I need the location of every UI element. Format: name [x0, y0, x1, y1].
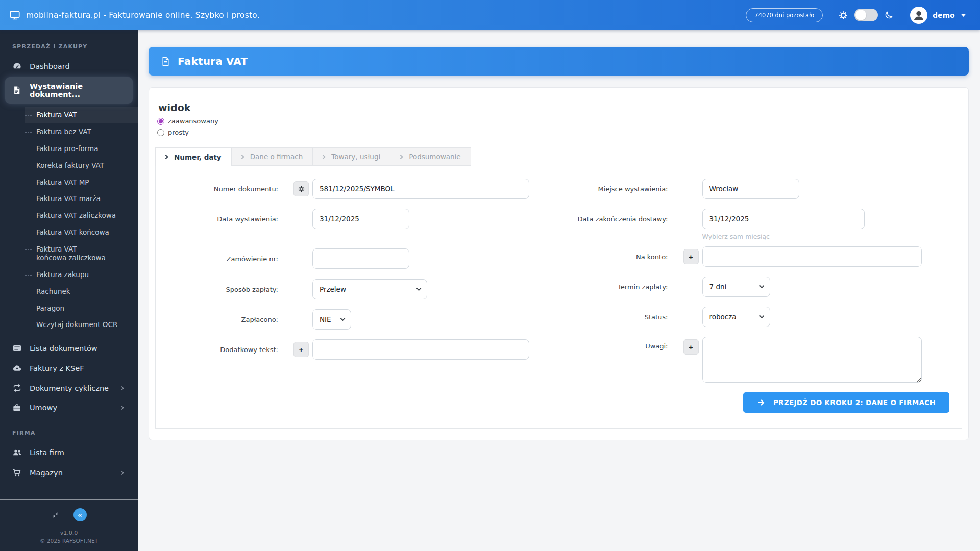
plus-icon: + [299, 345, 304, 354]
repeat-icon [12, 383, 22, 393]
zaplacono-select[interactable]: NIE [312, 309, 351, 330]
list-icon [12, 343, 22, 353]
sidebar-item-lista-dokumentow[interactable]: Lista dokumentów [0, 338, 138, 358]
days-remaining-badge[interactable]: 74070 dni pozostało [746, 8, 823, 22]
sidebar-subitem-faktura-vat[interactable]: Faktura VAT [25, 107, 138, 123]
arrow-right-icon [757, 398, 765, 407]
sidebar-subitem-faktura-bez-vat[interactable]: Faktura bez VAT [25, 123, 138, 140]
collapse-sidebar-button[interactable]: « [74, 508, 87, 521]
data-wystawienia-input[interactable] [312, 209, 409, 229]
app-brand: mobilna-faktura.pl - Fakturowanie online… [9, 10, 260, 21]
field-label: Dodatkowy tekst: [156, 346, 278, 354]
field-miejsce-wystawienia: Miejsce wystawienia: [553, 179, 951, 199]
radio-simple-label: prosty [168, 129, 189, 136]
document-type-list: Faktura VAT Faktura bez VAT Faktura pro-… [24, 107, 138, 333]
termin-zaplaty-select[interactable]: 7 dni [702, 277, 770, 297]
file-icon [12, 86, 22, 95]
sidebar-item-label: Dashboard [30, 62, 70, 70]
plus-icon: + [689, 343, 693, 352]
form-card: widok zaawansowany prosty Numer, daty Da… [149, 87, 969, 440]
na-konto-input[interactable] [702, 246, 922, 267]
user-name: demo [933, 11, 955, 19]
uwagi-textarea[interactable] [702, 337, 922, 383]
miejsce-wystawienia-input[interactable] [702, 179, 799, 199]
sidebar-subitem-faktura-vat-zaliczkowa[interactable]: Faktura VAT zaliczkowa [25, 207, 138, 224]
tab-podsumowanie[interactable]: Podsumowanie [390, 147, 471, 166]
add-text-button[interactable]: + [293, 342, 309, 357]
tab-panel-numer-daty: Numer dokumentu: Data wystawienia: [155, 166, 962, 429]
data-zakonczenia-input[interactable] [702, 209, 865, 229]
dodatkowy-tekst-input[interactable] [312, 339, 529, 360]
field-uwagi: Uwagi: + [553, 337, 951, 383]
sidebar-item-dashboard[interactable]: Dashboard [0, 56, 138, 76]
gauge-icon [12, 61, 22, 71]
user-menu[interactable]: demo [910, 7, 967, 24]
sidebar-section-firm: FIRMA [0, 417, 138, 442]
form-left-column: Numer dokumentu: Data wystawienia: [156, 179, 553, 413]
field-numer-dokumentu: Numer dokumentu: [156, 179, 553, 199]
field-data-wystawienia: Data wystawienia: [156, 209, 553, 229]
tab-numer-daty[interactable]: Numer, daty [155, 147, 231, 166]
chevron-right-icon [164, 154, 169, 160]
field-label: Zamówienie nr: [156, 255, 278, 263]
sidebar-subitem-faktura-vat-marza[interactable]: Faktura VAT marża [25, 190, 138, 207]
briefcase-icon [12, 403, 22, 412]
radio-advanced[interactable] [157, 118, 164, 125]
users-icon [12, 447, 22, 458]
numer-dokumentu-input[interactable] [312, 179, 529, 199]
field-status: Status: robocza [553, 307, 951, 327]
sidebar-item-lista-firm[interactable]: Lista firm [0, 442, 138, 463]
add-note-button[interactable]: + [683, 339, 699, 355]
field-na-konto: Na konto: + [553, 246, 951, 267]
compress-icon[interactable] [52, 511, 59, 519]
sidebar-subitem-rachunek[interactable]: Rachunek [25, 283, 138, 300]
topbar: mobilna-faktura.pl - Fakturowanie online… [0, 0, 980, 30]
tab-label: Numer, daty [174, 153, 222, 161]
tab-towary-uslugi[interactable]: Towary, usługi [312, 147, 390, 166]
main-content: Faktura VAT widok zaawansowany prosty Nu… [138, 30, 980, 551]
view-option-advanced[interactable]: zaawansowany [157, 117, 962, 125]
sposob-zaplaty-select[interactable]: Przelew [312, 279, 427, 299]
field-dodatkowy-tekst: Dodatkowy tekst: + [156, 339, 553, 360]
field-label: Sposób zapłaty: [156, 286, 278, 293]
sidebar: SPRZEDAŻ I ZAKUPY Dashboard Wystawianie … [0, 30, 138, 551]
sidebar-item-magazyn[interactable]: Magazyn [0, 463, 138, 483]
tab-dane-o-firmach[interactable]: Dane o firmach [231, 147, 313, 166]
radio-simple[interactable] [157, 129, 164, 136]
sidebar-subitem-faktura-zakupu[interactable]: Faktura zakupu [25, 266, 138, 283]
sidebar-item-umowy[interactable]: Umowy [0, 398, 138, 417]
sidebar-item-faktury-z-ksef[interactable]: Faktury z KSeF [0, 358, 138, 378]
form-right-column: Miejsce wystawienia: Data zakończenia do… [553, 179, 951, 413]
field-label: Numer dokumentu: [156, 185, 278, 193]
add-account-button[interactable]: + [683, 249, 699, 264]
theme-toggle-knob[interactable] [855, 10, 866, 20]
sidebar-subitem-faktura-pro-forma[interactable]: Faktura pro-forma [25, 140, 138, 157]
sidebar-item-wystawianie-dokumentow[interactable]: Wystawianie dokument... [5, 77, 133, 104]
app-version: v1.0.0 [0, 530, 138, 536]
number-settings-button[interactable] [293, 181, 309, 196]
gear-icon[interactable] [838, 10, 848, 20]
sidebar-subitem-paragon[interactable]: Paragon [25, 300, 138, 317]
field-label: Zapłacono: [156, 316, 278, 323]
status-select[interactable]: robocza [702, 307, 770, 327]
moon-icon[interactable] [884, 10, 894, 20]
caret-down-icon [960, 13, 967, 18]
sidebar-subitem-korekta-faktury-vat[interactable]: Korekta faktury VAT [25, 157, 138, 174]
cogs-icon [298, 185, 305, 193]
sidebar-subitem-faktura-vat-koncowa[interactable]: Faktura VAT końcowa [25, 224, 138, 241]
view-heading: widok [158, 102, 962, 113]
zamowienie-nr-input[interactable] [312, 248, 409, 269]
tab-label: Podsumowanie [409, 153, 460, 161]
view-option-simple[interactable]: prosty [157, 129, 962, 136]
field-label: Miejsce wystawienia: [553, 185, 668, 193]
cloud-download-icon [12, 363, 22, 373]
sidebar-item-dokumenty-cykliczne[interactable]: Dokumenty cykliczne [0, 378, 138, 398]
next-step-button[interactable]: PRZEJDŹ DO KROKU 2: DANE O FIRMACH [743, 392, 949, 413]
sidebar-subitem-faktura-vat-mp[interactable]: Faktura VAT MP [25, 174, 138, 191]
chevron-right-icon [119, 470, 126, 476]
sidebar-subitem-faktura-vat-koncowa-zaliczkowa[interactable]: Faktura VAT końcowa zaliczkowa [25, 241, 112, 266]
next-step-label: PRZEJDŹ DO KROKU 2: DANE O FIRMACH [773, 398, 936, 407]
field-zamowienie-nr: Zamówienie nr: [156, 248, 553, 269]
sidebar-subitem-wczytaj-dokument-ocr[interactable]: Wczytaj dokument OCR [25, 316, 138, 333]
theme-toggle[interactable] [854, 9, 878, 21]
